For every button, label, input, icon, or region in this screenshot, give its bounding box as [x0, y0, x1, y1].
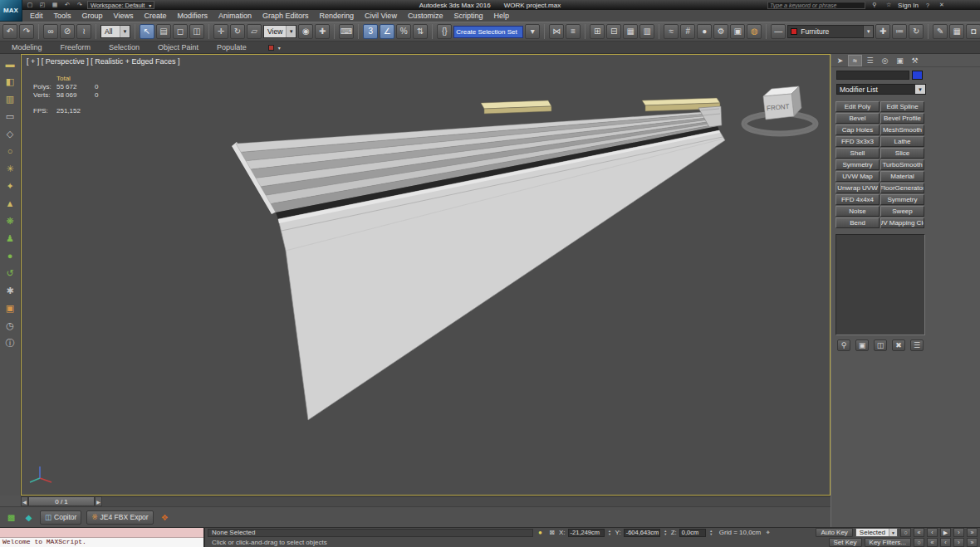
transform-panel-icon[interactable]: ▣	[6, 303, 14, 314]
select-object-button[interactable]: ↖	[140, 24, 154, 39]
ribbon-tab[interactable]: Selection	[109, 43, 140, 51]
loops-icon[interactable]: ○	[7, 146, 13, 157]
bind-to-space-warp-icon[interactable]: ≀	[76, 24, 91, 39]
modifier-preset-button[interactable]: UV Mapping Cle	[880, 217, 924, 228]
script-grid-icon[interactable]: ▩	[5, 511, 17, 524]
object-name-field[interactable]	[836, 71, 909, 80]
modifier-preset-button[interactable]: TurboSmooth	[880, 159, 924, 170]
mouse-mode-icon[interactable]: ⌖	[763, 529, 772, 537]
keyboard-shortcut-override-button[interactable]: ⌨	[339, 24, 354, 39]
curve-editor-button[interactable]: ≈	[664, 24, 679, 39]
chevron-down-icon[interactable]: ▼	[915, 85, 925, 94]
menu-item[interactable]: Views	[114, 12, 134, 20]
container-explorer-button[interactable]: ▥	[639, 24, 654, 39]
modifier-preset-button[interactable]: Symmetry	[835, 159, 880, 170]
maxscript-macro-row[interactable]	[0, 528, 203, 538]
time-slider-track[interactable]	[102, 496, 831, 506]
select-and-move-button[interactable]: ✛	[213, 24, 228, 39]
modifier-preset-button[interactable]: FloorGenerator	[880, 183, 924, 193]
open-file-icon[interactable]: ◰	[37, 1, 47, 9]
chevron-down-icon[interactable]: ▼	[120, 26, 130, 37]
modifier-stack-list[interactable]	[835, 234, 925, 335]
modify-tab-icon[interactable]: ≈	[848, 55, 862, 66]
pin-stack-icon[interactable]: ⚲	[837, 339, 850, 351]
rectangular-selection-region-icon[interactable]: ◻	[173, 24, 188, 39]
modifier-preset-button[interactable]: MeshSmooth	[880, 125, 924, 135]
menu-item[interactable]: Scripting	[453, 12, 483, 20]
modifier-preset-button[interactable]: Cap Holes	[835, 125, 880, 135]
rendered-frame-window-button[interactable]: ▣	[730, 24, 745, 39]
application-menu-button[interactable]: MAX	[0, 0, 22, 22]
remove-modifier-icon[interactable]: ✖	[892, 339, 905, 351]
geometry-all-icon[interactable]: ▭	[6, 111, 14, 122]
properties-icon[interactable]: ✦	[6, 181, 13, 192]
select-by-name-button[interactable]: ▤	[156, 24, 171, 39]
modify-selection-icon[interactable]: ◧	[6, 76, 14, 87]
modifier-preset-button[interactable]: Bend	[835, 217, 880, 228]
brush-settings-icon[interactable]: ↺	[6, 268, 13, 279]
z-spinner[interactable]: ▲▼	[708, 529, 714, 537]
redo-button[interactable]: ↷	[19, 24, 34, 39]
history-panel-icon[interactable]: ◷	[6, 320, 14, 331]
new-scene-icon[interactable]: ▢	[25, 1, 35, 9]
ribbon-tab[interactable]: Populate	[217, 43, 247, 51]
viewport-label[interactable]: [ + ] [ Perspective ] [ Realistic + Edge…	[27, 57, 180, 66]
reference-coordinate-system-dropdown[interactable]: View ▼	[263, 25, 296, 38]
previous-frame-arrow[interactable]: ◀	[21, 496, 28, 506]
render-production-button[interactable]: ◍	[747, 24, 762, 39]
current-layer-dropdown[interactable]: Furniture ▼	[787, 25, 874, 38]
utilities-tab-icon[interactable]: ⚒	[908, 55, 922, 66]
modifier-preset-button[interactable]: Shell	[835, 148, 880, 159]
render-setup-button[interactable]: ⚙	[713, 24, 728, 39]
x-spinner[interactable]: ▲▼	[607, 529, 613, 537]
use-pivot-point-center-button[interactable]: ◉	[298, 24, 313, 39]
named-selection-set-input[interactable]	[453, 26, 523, 38]
y-coordinate-field[interactable]: -604,643cm	[624, 529, 660, 537]
ribbon-minimize-icon[interactable]: ▾	[278, 45, 281, 51]
viewport-canvas[interactable]: FRONT	[22, 55, 830, 495]
modifier-preset-button[interactable]: Sweep	[880, 206, 924, 217]
copitor-button[interactable]: ◫ Copitor	[40, 510, 81, 525]
time-configuration-button[interactable]: ○	[914, 538, 924, 547]
ribbon-tab[interactable]: Object Paint	[158, 43, 198, 51]
percent-snap-toggle-button[interactable]: %	[396, 24, 411, 39]
next-frame-button[interactable]: ›	[953, 528, 964, 537]
modifier-preset-button[interactable]: Edit Spline	[880, 101, 924, 112]
key-mode-dropdown[interactable]: Selected ▼	[855, 528, 898, 537]
make-unique-icon[interactable]: ◫	[874, 339, 887, 351]
add-selection-to-layer-button[interactable]: ≔	[892, 24, 907, 39]
maxscript-mini-listener[interactable]: Welcome to MAXScript.	[0, 528, 205, 547]
set-key-button[interactable]: Set Key	[829, 538, 862, 547]
hierarchy-tab-icon[interactable]: ☰	[863, 55, 877, 66]
pivot-panel-icon[interactable]: ✱	[6, 286, 13, 296]
chevron-down-icon[interactable]: ▼	[863, 26, 873, 37]
select-and-manipulate-button[interactable]: ✚	[315, 24, 330, 39]
save-file-icon[interactable]: ▦	[50, 1, 60, 9]
unlink-selection-icon[interactable]: ⊘	[60, 24, 75, 39]
toggle-ribbon-button[interactable]: ▦	[623, 24, 638, 39]
x-coordinate-field[interactable]: -21,249cm	[568, 529, 605, 537]
modifier-preset-button[interactable]: Lathe	[880, 136, 924, 147]
align-button[interactable]: ≡	[566, 24, 581, 39]
y-spinner[interactable]: ▲▼	[663, 529, 669, 537]
play-button[interactable]: ▶	[940, 528, 951, 537]
tris-icon[interactable]: ✳	[6, 164, 13, 174]
motion-tab-icon[interactable]: ◎	[878, 55, 892, 66]
go-to-start-button[interactable]: «	[914, 528, 924, 537]
ribbon-tab[interactable]: Freeform	[61, 43, 91, 51]
menu-item[interactable]: Group	[82, 12, 103, 20]
sign-in-button[interactable]: Sign In	[898, 2, 919, 9]
next-frame-button[interactable]: ›	[953, 538, 964, 547]
select-and-scale-button[interactable]: ▱	[247, 24, 262, 39]
modifier-preset-button[interactable]: FFD 3x3x3	[835, 136, 880, 147]
material-editor-button[interactable]: ●	[697, 24, 712, 39]
select-objects-in-layer-button[interactable]: ↻	[909, 24, 924, 39]
maxscript-output-row[interactable]: Welcome to MAXScript.	[0, 538, 203, 547]
close-icon[interactable]: ✕	[937, 1, 947, 9]
spinner-snap-toggle-button[interactable]: ⇅	[413, 24, 428, 39]
model-geometry[interactable]	[232, 98, 725, 420]
go-to-end-button[interactable]: »	[967, 528, 978, 537]
undo-button[interactable]: ↶	[2, 24, 17, 39]
auto-key-button[interactable]: Auto Key	[816, 528, 852, 537]
search-input[interactable]	[767, 2, 865, 9]
